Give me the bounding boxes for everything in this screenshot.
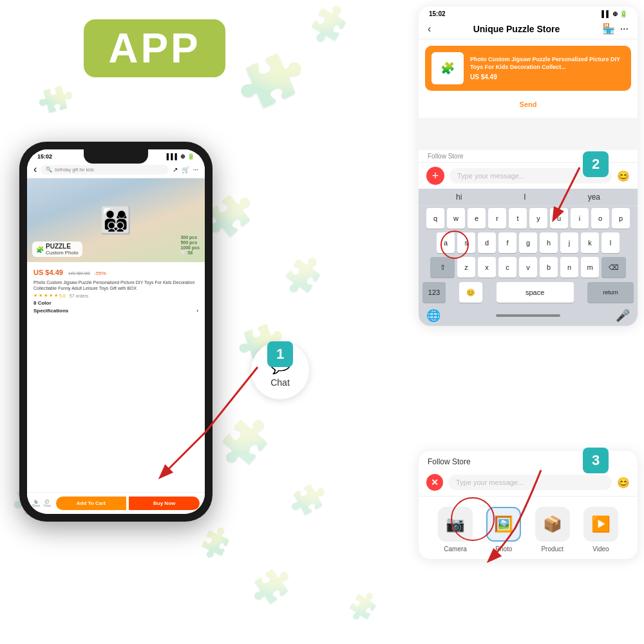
phone3-photo-label: Photo (495, 545, 512, 553)
key-u[interactable]: u (550, 208, 568, 229)
suggest-1[interactable]: hi (456, 193, 462, 202)
phone1-signal: ▌▌▌ ⊕ 🔋 (167, 153, 194, 160)
pcs-1000: 1000 pcs (180, 245, 200, 250)
phone3-message-input[interactable]: Type your message... (448, 475, 612, 490)
key-g[interactable]: g (519, 232, 537, 253)
key-h[interactable]: h (540, 232, 558, 253)
phone2-nav: ‹ Unique Puzzle Store 🏪 ··· (419, 19, 638, 39)
phone1-price: US $4.49 (33, 269, 63, 276)
key-b[interactable]: b (540, 257, 558, 278)
key-return[interactable]: return (587, 282, 634, 303)
key-m[interactable]: m (581, 257, 599, 278)
phone1-cart-icon[interactable]: 🛒 (182, 166, 189, 173)
key-z[interactable]: z (457, 257, 475, 278)
phone3-video-item[interactable]: ▶️ Video (577, 507, 625, 553)
phone1-chat-icon-btn[interactable]: 💬 Chat (44, 500, 51, 507)
phone2-send-button[interactable]: Send (511, 97, 546, 111)
key-n[interactable]: n (560, 257, 578, 278)
key-i[interactable]: i (571, 208, 589, 229)
phone3-close-button[interactable]: ✕ (426, 474, 443, 491)
keyboard-row-3: ⇧ z x c v b n m ⌫ (419, 255, 638, 279)
home-indicator (496, 314, 560, 317)
phone1-screen: 15:02 ▌▌▌ ⊕ 🔋 ‹ 🔍 birthday gift for kids… (27, 149, 205, 514)
phone1-back-icon[interactable]: ‹ (33, 164, 37, 175)
suggest-2[interactable]: I (524, 193, 526, 202)
phone1-puzzle-badge: 🧩 PUZZLE Custom Photo (32, 242, 82, 257)
phone3-product-item[interactable]: 📦 Product (529, 507, 576, 553)
phone2-plus-button[interactable]: + (426, 167, 444, 185)
phone1-price-old: US $9.98 (68, 270, 90, 276)
key-delete[interactable]: ⌫ (601, 257, 626, 278)
globe-icon[interactable]: 🌐 (426, 308, 440, 323)
phone2-product-icon: 🧩 (440, 61, 455, 75)
key-p[interactable]: p (612, 208, 630, 229)
phone1-chat-label: Chat (44, 504, 51, 507)
phone3-photo-item[interactable]: 🖼️ Photo (480, 507, 527, 553)
app-label-text: APP (108, 24, 201, 72)
key-k[interactable]: k (581, 232, 599, 253)
key-r[interactable]: r (488, 208, 506, 229)
phone2-back-icon[interactable]: ‹ (428, 23, 431, 35)
phone1-price-row: US $4.49 US $9.98 -55% (33, 266, 198, 278)
keyboard-bottom-row: 123 😊 space return (419, 279, 638, 305)
key-e[interactable]: e (468, 208, 486, 229)
key-d[interactable]: d (478, 232, 496, 253)
phone1-more-icon[interactable]: ··· (193, 166, 198, 173)
key-123[interactable]: 123 (422, 282, 446, 303)
key-a[interactable]: a (437, 232, 455, 253)
phone1-time: 15:02 (37, 153, 52, 160)
phone2-time: 15:02 (429, 10, 446, 17)
key-shift[interactable]: ⇧ (430, 257, 455, 278)
key-emoji[interactable]: 😊 (459, 282, 482, 303)
add-to-cart-button[interactable]: Add To Cart (56, 497, 127, 510)
step-badge-3: 3 (583, 448, 609, 473)
key-x[interactable]: x (478, 257, 496, 278)
star-icon-2: ★ (39, 293, 43, 298)
phone1-rating: 5.0 (59, 294, 66, 298)
product-family-icon: 👨‍👩‍👦‍👦 (100, 205, 132, 236)
phone1-search-box[interactable]: 🔍 birthday gift for kids (41, 165, 168, 175)
phone1-orders: 57 orders (70, 294, 89, 298)
key-f[interactable]: f (498, 232, 516, 253)
key-v[interactable]: v (519, 257, 537, 278)
phone1-description: Photo Custom Jigsaw Puzzle Personalized … (33, 279, 198, 291)
suggest-3[interactable]: yea (588, 193, 600, 202)
phone1-bottom-bar: 🏪 Store 💬 Chat Add To Cart Buy Now (27, 492, 205, 514)
star-icon-1: ★ (33, 293, 37, 298)
phone1-search-text: birthday gift for kids (55, 167, 94, 172)
key-space[interactable]: space (497, 282, 574, 303)
key-j[interactable]: j (560, 232, 578, 253)
mic-icon[interactable]: 🎤 (616, 308, 630, 323)
pcs-300: 300 pcs (180, 235, 200, 240)
phone2-emoji-button[interactable]: 😊 (617, 170, 630, 182)
phone1-pcs-list: 300 pcs 500 pcs 1000 pcs 🤍 58 (180, 235, 200, 256)
phone2-suggestions: hi I yea (419, 189, 638, 206)
phone1-store-icon[interactable]: 🏪 Store (32, 500, 40, 507)
phone2-product-title: Photo Custom Jigsaw Puzzle Personalized … (470, 56, 625, 71)
phone3-input-row: ✕ Type your message... 😊 (419, 470, 638, 497)
phone1-share-icon[interactable]: ↗ (173, 166, 178, 173)
phone2-product-text: Photo Custom Jigsaw Puzzle Personalized … (470, 56, 625, 80)
key-w[interactable]: w (447, 208, 465, 229)
phone1-product-info: US $4.49 US $9.98 -55% Photo Custom Jigs… (27, 262, 205, 492)
phone1-puzzle-subtitle: Custom Photo (46, 250, 79, 256)
keyboard-row-2: a s d f g h j k l (419, 231, 638, 255)
key-o[interactable]: o (591, 208, 609, 229)
key-c[interactable]: c (498, 257, 516, 278)
phone3-emoji-button[interactable]: 😊 (617, 477, 630, 489)
phone2-product-card: 🧩 Photo Custom Jigsaw Puzzle Personalize… (425, 46, 631, 91)
key-l[interactable]: l (601, 232, 620, 253)
key-y[interactable]: y (529, 208, 547, 229)
phone2-more-icon[interactable]: ··· (620, 23, 629, 35)
phone1-spec-arrow: › (196, 308, 198, 314)
buy-now-button[interactable]: Buy Now (129, 497, 200, 510)
key-s[interactable]: s (457, 232, 475, 253)
phone1-bottom-icons: 🏪 Store 💬 Chat (32, 500, 51, 507)
phone2-shop-icon[interactable]: 🏪 (602, 23, 615, 35)
phone3-camera-item[interactable]: 📷 Camera (431, 507, 479, 553)
phone3-product-label: Product (541, 545, 563, 553)
key-q[interactable]: q (426, 208, 444, 229)
key-t[interactable]: t (509, 208, 527, 229)
phone1-spec-label: Specifications (33, 308, 68, 314)
phone1-notch (84, 149, 148, 164)
